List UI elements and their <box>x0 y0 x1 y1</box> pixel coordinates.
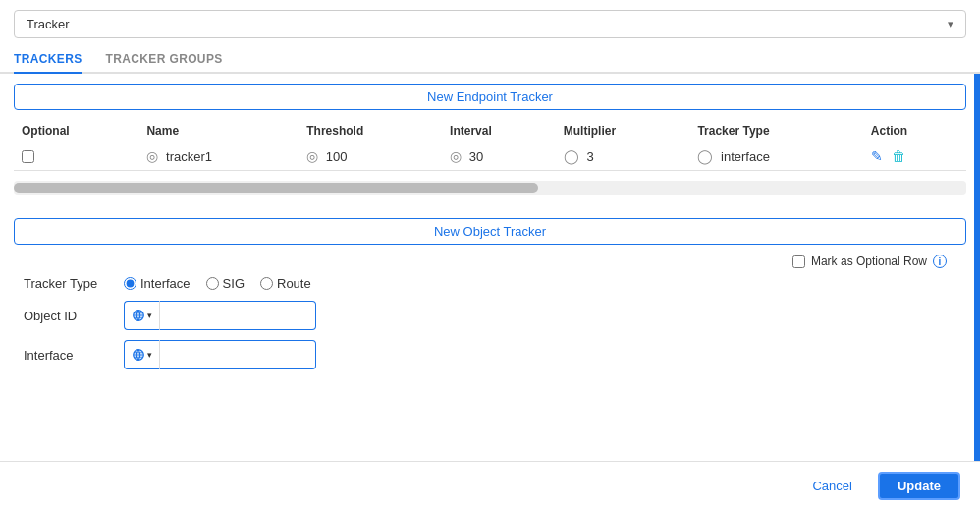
caret-down-icon-2: ▾ <box>147 350 152 360</box>
main-content: New Endpoint Tracker Optional Name Thres… <box>0 74 980 461</box>
object-id-globe-button[interactable]: ▾ <box>124 301 159 330</box>
new-object-tracker-button[interactable]: New Object Tracker <box>14 218 966 245</box>
col-action: Action <box>863 120 966 142</box>
form-section: Tracker Type Interface SIG <box>14 276 966 369</box>
tab-tracker-groups[interactable]: TRACKER GROUPS <box>106 46 223 74</box>
radio-input-interface[interactable] <box>124 277 136 290</box>
col-tracker-type: Tracker Type <box>689 120 862 142</box>
radio-input-route[interactable] <box>260 277 273 290</box>
cancel-button[interactable]: Cancel <box>800 474 863 498</box>
interface-input-group: ▾ <box>124 340 316 369</box>
caret-down-icon: ▾ <box>147 311 152 320</box>
delete-icon[interactable]: 🗑 <box>892 148 905 164</box>
tracker-type-label: Tracker Type <box>24 276 112 291</box>
col-threshold: Threshold <box>299 120 442 142</box>
globe-svg-icon-2 <box>132 348 145 362</box>
content-area: New Endpoint Tracker Optional Name Thres… <box>0 74 980 461</box>
col-interval: Interval <box>442 120 556 142</box>
tracker-dropdown[interactable]: Tracker ▾ <box>14 10 966 38</box>
globe-icon: ◎ <box>146 148 158 164</box>
optional-row-label: Mark as Optional Row <box>811 255 927 268</box>
new-object-section: New Object Tracker Mark as Optional Row … <box>14 200 966 369</box>
info-icon[interactable]: i <box>933 255 947 268</box>
scrollbar-thumb <box>14 183 538 193</box>
radio-label-interface: Interface <box>140 276 191 291</box>
cell-tracker-type: ◯ interface <box>689 142 862 171</box>
object-id-label: Object ID <box>24 309 112 323</box>
interface-input[interactable] <box>159 340 316 369</box>
optional-checkbox[interactable] <box>22 150 34 163</box>
tracker-table: Optional Name Threshold Interval Multipl… <box>14 120 966 171</box>
footer-bar: Cancel Update <box>0 461 980 510</box>
globe-icon-interval: ◎ <box>450 148 462 164</box>
cell-interval: ◎ 30 <box>442 142 556 171</box>
tracker-type-row: Tracker Type Interface SIG <box>24 276 966 291</box>
radio-sig[interactable]: SIG <box>206 276 245 291</box>
dropdown-label: Tracker <box>27 17 70 31</box>
col-name: Name <box>138 120 299 142</box>
radio-label-sig: SIG <box>223 276 245 291</box>
vertical-scrollbar <box>974 74 980 461</box>
radio-route[interactable]: Route <box>260 276 311 291</box>
cell-optional <box>14 142 138 171</box>
tabs-row: TRACKERS TRACKER GROUPS <box>0 46 980 74</box>
horizontal-scrollbar[interactable] <box>14 181 966 195</box>
col-optional: Optional <box>14 120 138 142</box>
interface-row: Interface <box>24 340 966 369</box>
interface-label: Interface <box>24 348 112 363</box>
main-container: Tracker ▾ TRACKERS TRACKER GROUPS New En… <box>0 0 980 510</box>
tracker-type-radio-group: Interface SIG Route <box>124 276 311 291</box>
table-row: ◎ tracker1 ◎ 100 ◎ 30 ◯ <box>14 142 966 171</box>
update-button[interactable]: Update <box>878 472 960 500</box>
cell-name: ◎ tracker1 <box>138 142 299 171</box>
tab-trackers[interactable]: TRACKERS <box>14 46 82 74</box>
col-multiplier: Multiplier <box>556 120 690 142</box>
globe-icon-threshold: ◎ <box>306 148 318 164</box>
cell-multiplier: ◯ 3 <box>556 142 690 171</box>
edit-icon[interactable]: ✎ <box>871 148 883 164</box>
mark-optional-checkbox[interactable] <box>792 255 805 268</box>
radio-label-route: Route <box>277 276 311 291</box>
interface-globe-button[interactable]: ▾ <box>124 340 159 369</box>
radio-interface[interactable]: Interface <box>124 276 191 291</box>
chevron-down-icon: ▾ <box>948 18 953 30</box>
object-id-input-group: ▾ <box>124 301 316 330</box>
circle-check-icon: ◯ <box>564 148 579 164</box>
object-id-input[interactable] <box>159 301 316 330</box>
optional-row-section: Mark as Optional Row i <box>14 255 966 268</box>
radio-input-sig[interactable] <box>206 277 219 290</box>
cell-action: ✎ 🗑 <box>863 142 966 171</box>
new-endpoint-tracker-button[interactable]: New Endpoint Tracker <box>14 84 966 110</box>
globe-svg-icon <box>132 309 145 322</box>
object-id-row: Object ID <box>24 301 966 330</box>
cell-threshold: ◎ 100 <box>299 142 442 171</box>
circle-icon-type: ◯ <box>697 148 713 164</box>
